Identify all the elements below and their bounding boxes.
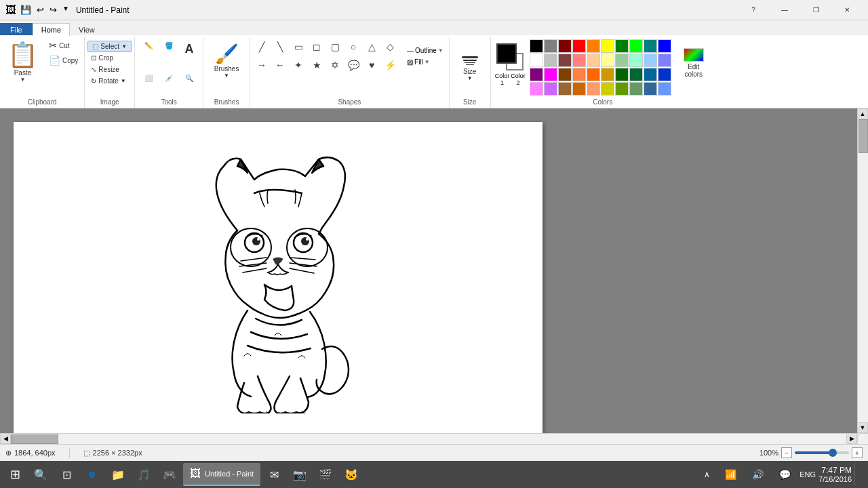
size-button[interactable]: Size ▼	[455, 52, 485, 84]
shape-diamond[interactable]: ◇	[381, 38, 399, 56]
color1-swatch[interactable]	[496, 43, 517, 64]
paste-button[interactable]: 📋 Paste ▼	[3, 38, 43, 85]
fill-shape-button[interactable]: ▨ Fill ▼	[404, 57, 446, 67]
shape-line2[interactable]: ╲	[271, 38, 289, 56]
zoom-in-button[interactable]: +	[852, 447, 863, 458]
eraser-button[interactable]: ⬜	[139, 72, 158, 85]
select-dropdown[interactable]: ▼	[121, 43, 127, 49]
color-picker-button[interactable]: 💉	[159, 72, 178, 85]
shape-rect[interactable]: ▭	[290, 38, 307, 56]
taskbar-chevron[interactable]: ∧	[698, 463, 715, 486]
crop-button[interactable]: ⊡ Crop	[87, 52, 132, 64]
swatch-darkblue[interactable]	[658, 68, 671, 81]
shape-ellipse[interactable]: ○	[344, 38, 362, 56]
swatch-yellow[interactable]	[601, 39, 614, 53]
edit-colors-button[interactable]: Editcolors	[677, 46, 711, 80]
movies-button[interactable]: 🎬	[313, 463, 338, 486]
swatch-magenta[interactable]	[544, 68, 557, 81]
photos-button[interactable]: 📷	[288, 463, 312, 486]
swatch-lavender[interactable]	[658, 54, 671, 67]
cat-app-button[interactable]: 🐱	[339, 463, 363, 486]
swatch-purple[interactable]	[530, 68, 543, 81]
swatch-violet[interactable]	[530, 82, 543, 96]
shape-rect2[interactable]: ◻	[308, 38, 326, 56]
swatch-orange[interactable]	[587, 39, 600, 53]
brushes-button[interactable]: 🖌️ Brushes ▼	[209, 41, 244, 81]
groove-button[interactable]: 🎵	[132, 463, 156, 486]
shape-5pt-star[interactable]: ★	[308, 56, 326, 74]
paste-dropdown-arrow[interactable]: ▼	[20, 77, 26, 83]
show-desktop-button[interactable]	[854, 463, 860, 486]
swatch-gray1[interactable]	[544, 39, 557, 53]
swatch-burnt[interactable]	[587, 68, 600, 81]
minimize-button[interactable]: —	[769, 0, 800, 20]
swatch-salmon[interactable]	[572, 68, 586, 81]
xbox-button[interactable]: 🎮	[157, 463, 182, 486]
edge-button[interactable]: e	[80, 463, 104, 486]
shape-triangle[interactable]: △	[363, 38, 380, 56]
shape-lightning[interactable]: ⚡	[381, 56, 399, 74]
swatch-white[interactable]	[530, 54, 543, 67]
search-button[interactable]: 🔍	[28, 463, 53, 486]
quick-redo[interactable]: ↪	[50, 5, 57, 15]
magnifier-button[interactable]: 🔍	[180, 72, 199, 85]
swatch-maroon[interactable]	[558, 39, 572, 53]
brushes-dropdown[interactable]: ▼	[224, 73, 229, 79]
text-button[interactable]: A	[180, 39, 199, 59]
swatch-olive[interactable]	[601, 82, 614, 96]
swatch-coral[interactable]	[587, 82, 600, 96]
swatch-teal[interactable]	[644, 39, 657, 53]
mail-button[interactable]: ✉	[262, 463, 286, 486]
hscroll-right[interactable]: ▶	[846, 433, 857, 444]
paint-canvas[interactable]	[14, 122, 542, 433]
swatch-lime[interactable]	[629, 39, 643, 53]
swatch-sage[interactable]	[629, 82, 643, 96]
swatch-yellow2[interactable]	[601, 54, 614, 67]
task-view-button[interactable]: ⊡	[54, 463, 79, 486]
quick-undo[interactable]: ↩	[37, 5, 44, 15]
zoom-out-button[interactable]: −	[781, 447, 792, 458]
hscroll-thumb[interactable]	[11, 434, 58, 444]
swatch-periwinkle[interactable]	[658, 82, 671, 96]
swatch-tan[interactable]	[558, 82, 572, 96]
tab-view[interactable]: View	[70, 23, 104, 36]
paint-taskbar-button[interactable]: 🖼 Untitled - Paint	[183, 463, 260, 486]
rotate-dropdown[interactable]: ▼	[121, 78, 126, 84]
swatch-orchid[interactable]	[544, 82, 557, 96]
quick-save[interactable]: 💾	[20, 5, 31, 15]
sound-button[interactable]: 🔊	[745, 463, 770, 486]
zoom-slider-thumb[interactable]	[829, 449, 837, 457]
shape-arrow-right[interactable]: →	[253, 56, 271, 74]
pencil-button[interactable]: ✏️	[139, 39, 158, 52]
tab-home[interactable]: Home	[33, 23, 70, 36]
shape-4pt-star[interactable]: ✦	[290, 56, 307, 74]
swatch-brown[interactable]	[558, 68, 572, 81]
swatch-silver[interactable]	[544, 54, 557, 67]
swatch-green[interactable]	[615, 39, 629, 53]
cut-button[interactable]: ✂ Cut	[45, 38, 81, 53]
maximize-button[interactable]: ❐	[800, 0, 831, 20]
shape-rounded-rect[interactable]: ▢	[326, 38, 344, 56]
swatch-pink[interactable]	[572, 54, 586, 67]
swatch-rust[interactable]	[572, 82, 586, 96]
shape-callout[interactable]: 💬	[344, 56, 362, 74]
fill-button[interactable]: 🪣	[159, 39, 178, 52]
swatch-rose[interactable]	[558, 54, 572, 67]
swatch-red[interactable]	[572, 39, 586, 53]
shape-line[interactable]: ╱	[253, 38, 271, 56]
outline-button[interactable]: — Outline ▼	[404, 45, 446, 56]
swatch-forest[interactable]	[629, 68, 643, 81]
close-button[interactable]: ✕	[831, 0, 863, 20]
canvas-area[interactable]: ▲	[0, 108, 868, 444]
swatch-navy[interactable]	[644, 68, 657, 81]
swatch-blue[interactable]	[658, 39, 671, 53]
swatch-sky[interactable]	[644, 54, 657, 67]
shape-arrow-left[interactable]: ←	[271, 56, 289, 74]
tab-file[interactable]: File	[0, 23, 33, 36]
size-dropdown[interactable]: ▼	[467, 75, 473, 81]
vscroll-thumb[interactable]	[859, 119, 868, 153]
notifications-button[interactable]: 💬	[772, 463, 797, 486]
quick-dropdown[interactable]: ▼	[62, 5, 69, 15]
swatch-darkgreen[interactable]	[615, 68, 629, 81]
copy-button[interactable]: 📄 Copy	[45, 53, 81, 68]
